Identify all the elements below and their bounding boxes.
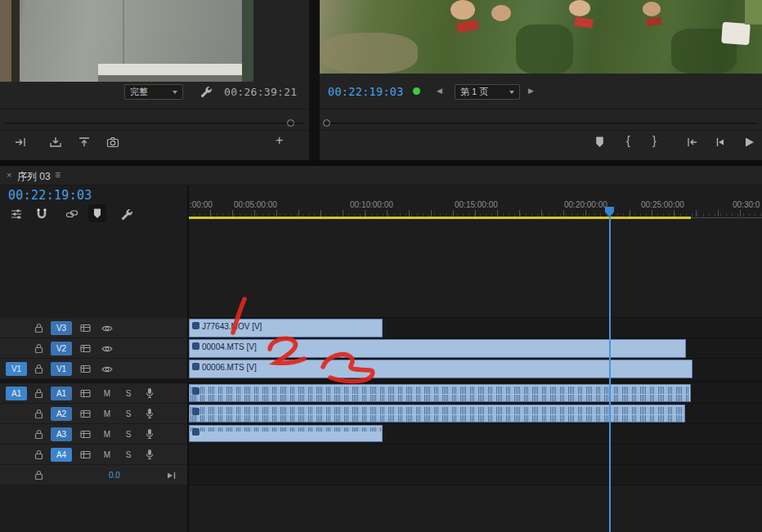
- track-badge-v2[interactable]: V2: [51, 342, 72, 355]
- source-patch-video[interactable]: V1: [6, 362, 27, 376]
- mute-button[interactable]: M: [101, 428, 113, 440]
- lock-icon[interactable]: [34, 470, 43, 481]
- mute-button[interactable]: M: [101, 387, 113, 400]
- page-next-button[interactable]: ▶: [528, 87, 534, 95]
- timeline-timecode[interactable]: 00:22:19:03: [8, 188, 92, 203]
- track-badge-a4[interactable]: A4: [51, 448, 72, 462]
- mic-icon[interactable]: [146, 428, 154, 440]
- page-select-label: 第 1 页: [460, 86, 488, 98]
- add-marker-toggle[interactable]: [88, 204, 106, 222]
- mark-out-button[interactable]: }: [652, 134, 657, 147]
- sync-lock-icon[interactable]: [80, 344, 91, 353]
- premiere-app-window: 完整 00:26:39:21 +: [0, 0, 762, 532]
- audio-waveform: [190, 395, 689, 401]
- insert-icon: [14, 136, 27, 149]
- insert-button[interactable]: [14, 136, 27, 149]
- preview-blob: [491, 5, 511, 21]
- source-preview: [0, 0, 253, 82]
- work-area-bar[interactable]: [188, 217, 691, 219]
- master-level-value[interactable]: 0.0: [109, 471, 120, 480]
- clip-a2[interactable]: [189, 405, 685, 422]
- tab-sequence-03[interactable]: 序列 03: [17, 170, 51, 184]
- mark-in-button[interactable]: {: [626, 134, 630, 147]
- solo-button[interactable]: S: [123, 449, 134, 461]
- mic-icon[interactable]: [146, 449, 154, 460]
- sync-lock-icon[interactable]: [80, 324, 91, 333]
- timeline-wrench-button[interactable]: [119, 208, 132, 221]
- source-zoom-handle[interactable]: [287, 119, 294, 127]
- mic-icon[interactable]: [146, 387, 154, 399]
- source-patch-audio[interactable]: A1: [6, 387, 27, 400]
- add-button[interactable]: +: [276, 133, 283, 148]
- source-zoom-scrollbar[interactable]: [5, 123, 304, 124]
- eye-icon[interactable]: [101, 324, 113, 333]
- fx-badge: [192, 342, 199, 350]
- track-badge-a1[interactable]: A1: [51, 387, 72, 400]
- track-header-v1: V1 V1: [0, 359, 187, 379]
- mute-button[interactable]: M: [101, 408, 113, 420]
- eye-icon[interactable]: [101, 365, 113, 373]
- timeline-settings-button[interactable]: [10, 208, 23, 221]
- solo-button[interactable]: S: [123, 428, 134, 440]
- source-settings-button[interactable]: [199, 85, 212, 98]
- lock-icon[interactable]: [34, 429, 43, 440]
- step-back-button[interactable]: [714, 136, 727, 149]
- eye-icon[interactable]: [101, 345, 113, 353]
- track-header-a4: A4 M S: [0, 445, 187, 465]
- overwrite-button[interactable]: [49, 136, 62, 149]
- sync-lock-icon[interactable]: [80, 430, 91, 439]
- track-header-a1: A1 A1 M S: [0, 383, 187, 404]
- program-timecode[interactable]: 00:22:19:03: [328, 85, 404, 98]
- page-prev-button[interactable]: ◀: [437, 87, 442, 95]
- lock-icon[interactable]: [34, 409, 43, 419]
- clip-v2[interactable]: 00004.MTS [V]: [189, 339, 686, 358]
- source-timecode[interactable]: 00:26:39:21: [224, 86, 297, 98]
- source-zoom-select[interactable]: 完整: [124, 84, 183, 100]
- solo-button[interactable]: S: [123, 387, 134, 400]
- track-badge-v1[interactable]: V1: [51, 362, 72, 376]
- header-lane-divider: [187, 186, 189, 532]
- clip-v3[interactable]: J77643.MOV [V]: [189, 319, 383, 338]
- wrench-icon: [119, 208, 132, 221]
- track-badge-v3[interactable]: V3: [51, 321, 72, 335]
- go-to-in-button[interactable]: [686, 136, 699, 149]
- add-marker-button[interactable]: [594, 136, 605, 148]
- play-button[interactable]: [742, 136, 755, 149]
- lock-icon[interactable]: [34, 388, 43, 399]
- linked-selection-button[interactable]: [65, 208, 78, 221]
- lift-button[interactable]: [78, 136, 91, 149]
- sync-lock-icon[interactable]: [80, 409, 91, 418]
- clip-a3[interactable]: [189, 425, 383, 442]
- playhead-line[interactable]: [609, 208, 611, 532]
- time-ruler[interactable]: :00:00 00:05:00:00 00:10:00:00 00:15:00:…: [188, 196, 762, 217]
- page-select[interactable]: 第 1 页: [455, 84, 520, 100]
- fx-badge: [192, 408, 199, 415]
- sync-lock-icon[interactable]: [80, 364, 91, 373]
- lane-separator: [188, 485, 762, 485]
- export-frame-button[interactable]: [106, 136, 119, 149]
- lane-separator: [188, 317, 762, 318]
- panel-menu-icon[interactable]: ≡: [55, 169, 61, 181]
- tab-close-button[interactable]: ×: [7, 170, 11, 180]
- timeline-tab-bar: [0, 166, 762, 186]
- mic-icon[interactable]: [146, 408, 154, 419]
- sync-lock-icon[interactable]: [80, 450, 91, 459]
- sync-lock-icon[interactable]: [80, 389, 91, 398]
- mute-button[interactable]: M: [101, 449, 113, 461]
- solo-button[interactable]: S: [123, 408, 134, 420]
- lock-icon[interactable]: [34, 343, 43, 354]
- ruler-label: 00:20:00:00: [564, 200, 607, 209]
- lock-icon[interactable]: [34, 323, 43, 333]
- program-zoom-handle[interactable]: [323, 119, 330, 127]
- snap-button[interactable]: [35, 208, 48, 221]
- clip-v1[interactable]: 00006.MTS [V]: [189, 360, 693, 378]
- go-to-end-icon[interactable]: [166, 470, 177, 481]
- lane-separator: [188, 403, 762, 404]
- track-badge-a2[interactable]: A2: [51, 407, 72, 421]
- lock-icon[interactable]: [34, 364, 43, 374]
- preview-blob: [721, 22, 751, 45]
- clip-a1[interactable]: [189, 384, 691, 402]
- lock-icon[interactable]: [34, 449, 43, 460]
- program-zoom-scrollbar[interactable]: [325, 123, 757, 124]
- track-badge-a3[interactable]: A3: [51, 427, 72, 441]
